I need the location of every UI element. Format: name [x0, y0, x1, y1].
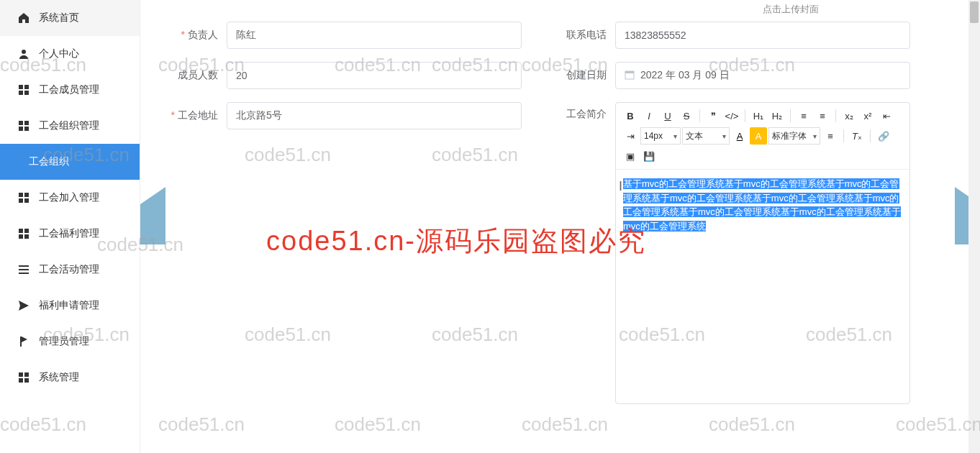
link-icon[interactable]: 🔗: [875, 127, 892, 145]
editor-toolbar: B I U S ❞ </> H₁ H₂ ≡ ≡ x₂: [616, 103, 909, 170]
calendar-icon: [625, 70, 635, 82]
svg-rect-4: [24, 91, 29, 95]
home-icon: [17, 12, 30, 24]
label-fuzeren: *负责人: [155, 29, 227, 42]
textstyle-select[interactable]: 文本: [682, 127, 730, 145]
underline-icon[interactable]: U: [659, 107, 676, 124]
flag-icon: [17, 335, 30, 348]
sidebar-item-label: 工会加入管理: [39, 191, 99, 204]
svg-rect-21: [24, 372, 29, 377]
editor-content[interactable]: I 基于mvc的工会管理系统基于mvc的工会管理系统基于mvc的工会管理系统基于…: [616, 170, 909, 403]
sidebar-item-label: 工会组织管理: [39, 119, 99, 132]
label-renshu: 成员人数: [155, 69, 227, 82]
editor-text: 基于mvc的工会管理系统基于mvc的工会管理系统基于mvc的工会管理系统基于mv…: [623, 178, 901, 232]
svg-rect-9: [19, 193, 23, 197]
svg-rect-17: [19, 265, 29, 267]
svg-rect-20: [19, 372, 23, 377]
sidebar-item-label: 系统首页: [39, 12, 79, 24]
align-icon[interactable]: ≡: [822, 127, 839, 145]
svg-point-0: [22, 50, 26, 54]
input-renshu[interactable]: [227, 62, 522, 89]
outdent-icon[interactable]: ⇤: [878, 107, 895, 124]
grid-icon: [17, 227, 30, 240]
fontfamily-select[interactable]: 标准字体: [768, 127, 820, 145]
svg-rect-18: [19, 269, 29, 270]
sidebar-item-admin[interactable]: 管理员管理: [0, 324, 140, 360]
quote-icon[interactable]: ❞: [704, 107, 722, 124]
svg-rect-23: [24, 378, 29, 383]
ul-icon[interactable]: ≡: [814, 107, 831, 124]
image-icon[interactable]: ▣: [622, 147, 639, 165]
sidebar-item-welfare[interactable]: 工会福利管理: [0, 216, 140, 252]
svg-rect-8: [24, 127, 29, 131]
sidebar-item-join[interactable]: 工会加入管理: [0, 180, 140, 216]
date-value: 2022 年 03 月 09 日: [640, 69, 730, 82]
send-icon: [17, 299, 30, 312]
bold-icon[interactable]: B: [622, 107, 639, 124]
list-icon: [17, 263, 30, 276]
sub-icon[interactable]: x₂: [840, 107, 858, 124]
svg-rect-1: [19, 85, 23, 89]
sidebar-item-label: 工会活动管理: [39, 263, 99, 276]
sidebar-item-label: 个人中心: [39, 47, 79, 60]
scrollbar-track[interactable]: [968, 0, 980, 453]
fontcolor-icon[interactable]: A: [731, 127, 748, 145]
indent-icon[interactable]: ⇥: [622, 127, 639, 145]
sidebar-item-label: 系统管理: [39, 371, 79, 384]
sidebar-item-label: 工会福利管理: [39, 227, 99, 240]
sidebar-item-system[interactable]: 系统管理: [0, 360, 140, 395]
label-lianxi: 联系电话: [543, 29, 615, 42]
italic-icon[interactable]: I: [640, 107, 658, 124]
sidebar-item-org-mgmt[interactable]: 工会组织管理: [0, 108, 140, 144]
sup-icon[interactable]: x²: [859, 107, 876, 124]
clear-icon[interactable]: Tₓ: [848, 127, 866, 145]
svg-rect-7: [19, 127, 23, 131]
strike-icon[interactable]: S: [678, 107, 695, 124]
user-icon: [17, 47, 30, 60]
svg-rect-2: [24, 85, 29, 89]
label-dizhi: *工会地址: [155, 109, 227, 122]
sidebar-item-home[interactable]: 系统首页: [0, 0, 140, 36]
svg-rect-13: [19, 229, 23, 233]
grid-icon: [17, 119, 30, 132]
sidebar-item-profile[interactable]: 个人中心: [0, 36, 140, 72]
sidebar-item-members[interactable]: 工会成员管理: [0, 72, 140, 108]
save-icon[interactable]: 💾: [640, 147, 658, 165]
svg-rect-14: [24, 229, 29, 233]
h1-icon[interactable]: H₁: [750, 107, 767, 124]
code-icon[interactable]: </>: [723, 107, 740, 124]
sidebar-item-org[interactable]: 工会组织: [0, 144, 140, 180]
grid-icon: [17, 371, 30, 384]
upload-hint[interactable]: 点击上传封面: [615, 3, 966, 16]
svg-rect-5: [19, 121, 23, 125]
h2-icon[interactable]: H₂: [768, 107, 786, 124]
grid-icon: [17, 83, 30, 96]
svg-rect-12: [24, 198, 29, 203]
grid-icon: [17, 191, 30, 204]
svg-rect-11: [19, 198, 23, 203]
label-jianjie: 工会简介: [543, 102, 615, 121]
sidebar-item-activity[interactable]: 工会活动管理: [0, 252, 140, 288]
svg-rect-19: [19, 273, 29, 274]
scrollbar-thumb[interactable]: [970, 1, 979, 23]
input-dizhi[interactable]: [227, 102, 522, 129]
sidebar-item-welfare-apply[interactable]: 福利申请管理: [0, 288, 140, 324]
label-riqi: 创建日期: [543, 69, 615, 82]
sidebar-item-label: 福利申请管理: [39, 299, 99, 312]
rich-editor: B I U S ❞ </> H₁ H₂ ≡ ≡ x₂: [615, 102, 910, 404]
svg-rect-10: [24, 193, 29, 197]
sidebar-item-label: 工会成员管理: [39, 83, 99, 96]
svg-rect-25: [625, 71, 634, 73]
input-lianxi[interactable]: [615, 22, 910, 49]
sidebar-item-label: 工会组织: [29, 155, 69, 168]
svg-rect-22: [19, 378, 23, 383]
input-fuzeren[interactable]: [227, 22, 522, 49]
bgcolor-icon[interactable]: A: [750, 127, 767, 145]
text-cursor-icon: I: [619, 177, 622, 196]
svg-rect-6: [24, 121, 29, 125]
ol-icon[interactable]: ≡: [795, 107, 812, 124]
svg-rect-16: [24, 234, 29, 239]
fontsize-select[interactable]: 14px: [640, 127, 681, 145]
input-riqi[interactable]: 2022 年 03 月 09 日: [615, 62, 910, 89]
sidebar: 系统首页 个人中心 工会成员管理 工会组织管理 工会组织 工会加入管理 工会福利…: [0, 0, 140, 453]
